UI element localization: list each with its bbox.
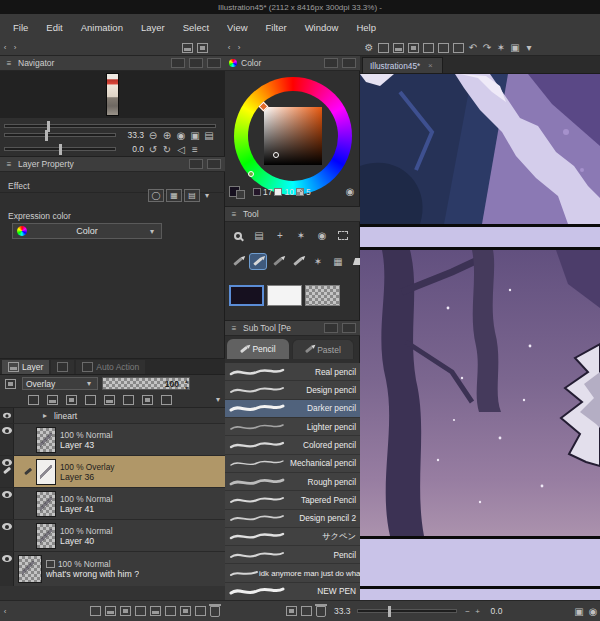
eye-icon[interactable]	[2, 523, 12, 530]
subtool-import-icon[interactable]	[286, 606, 297, 616]
layer-thumbnail[interactable]	[18, 555, 42, 583]
undo-icon[interactable]: ↶	[466, 41, 480, 54]
expand-group-icon[interactable]: ▸	[40, 409, 50, 422]
tab-layer[interactable]: Layer	[2, 360, 49, 374]
rotate-ccw-icon[interactable]: ↺	[146, 143, 160, 156]
zoom-out-icon[interactable]: ⊖	[146, 129, 160, 142]
mid-scroll-right-icon[interactable]: ›	[234, 41, 244, 54]
tab-auto-action[interactable]: Auto Action	[76, 360, 145, 374]
eye-icon[interactable]	[2, 427, 12, 434]
subtool-list-tab-icon[interactable]	[342, 323, 356, 333]
tab-history[interactable]	[51, 360, 74, 374]
eye-icon[interactable]	[3, 413, 11, 419]
decoration-tool-icon[interactable]: ▦	[329, 253, 347, 270]
magnifier-tool-icon[interactable]	[229, 227, 247, 244]
airbrush-tool-icon[interactable]: ✶	[309, 253, 327, 270]
brush-row[interactable]: Colored pencil	[225, 436, 360, 454]
ruler-icon[interactable]	[142, 395, 153, 405]
mid-scroll-left-icon[interactable]: ‹	[224, 41, 234, 54]
zoom-slider[interactable]	[4, 133, 116, 137]
pencil-tool-icon-active[interactable]	[249, 253, 267, 270]
menu-layer[interactable]: Layer	[132, 22, 174, 33]
rotate-cw-icon[interactable]: ↻	[160, 143, 174, 156]
brush-row[interactable]: Tapered Pencil	[225, 491, 360, 509]
layer-row-43[interactable]: 100 % Normal Layer 43	[0, 424, 225, 456]
menu-file[interactable]: File	[4, 22, 37, 33]
canvas-viewport[interactable]	[360, 74, 600, 600]
sub-color-swatch[interactable]	[236, 190, 245, 199]
opacity-spinner[interactable]: ▴▾	[185, 377, 188, 391]
flip-horizontal-icon[interactable]: ◁	[174, 143, 188, 156]
subtool-trash-icon[interactable]	[316, 606, 326, 617]
new-file-icon[interactable]	[378, 43, 389, 53]
export-icon[interactable]	[408, 43, 419, 53]
combine-mode-icon[interactable]	[5, 379, 16, 389]
merge-down-icon[interactable]	[135, 606, 146, 616]
wand-tool-icon[interactable]: ◉	[313, 227, 331, 244]
grid-view-icon[interactable]: ▣	[508, 41, 522, 54]
merge-visible-icon[interactable]	[150, 606, 161, 616]
navigator-canvas-thumbnail[interactable]	[106, 73, 119, 116]
transparent-color-well[interactable]	[305, 285, 340, 306]
toolbar-more-icon[interactable]: ▾	[522, 41, 536, 54]
layer-thumbnail[interactable]	[36, 523, 56, 549]
apply-mask-icon[interactable]	[180, 606, 191, 616]
fit-width-icon[interactable]: ▤	[202, 129, 216, 142]
sv-cursor-icon[interactable]	[273, 152, 279, 158]
brush-row[interactable]: Real pencil	[225, 363, 360, 381]
brush-row[interactable]: Lighter pencil	[225, 418, 360, 436]
menu-window[interactable]: Window	[296, 22, 348, 33]
subtool-new-icon[interactable]	[301, 606, 312, 616]
set-as-layer-color-icon[interactable]	[161, 395, 172, 405]
menu-edit[interactable]: Edit	[37, 22, 71, 33]
brush-row[interactable]: サクペン	[225, 528, 360, 546]
delete-layer-trash-icon[interactable]	[210, 606, 220, 617]
layer-settings-icon[interactable]	[195, 606, 206, 616]
statusbar-scroll-left-icon[interactable]: ‹	[0, 605, 10, 618]
navigator-tab-icon[interactable]	[171, 58, 185, 68]
enable-mask-icon[interactable]	[123, 395, 134, 405]
create-mask-icon[interactable]	[165, 606, 176, 616]
eye-icon[interactable]	[2, 491, 12, 498]
zoom-in-icon[interactable]: ⊕	[160, 129, 174, 142]
statusbar-zoom-out-icon[interactable]: −	[463, 605, 473, 618]
move-tool-icon[interactable]: ✶	[292, 227, 310, 244]
border-effect-icon[interactable]: ◯	[148, 189, 164, 202]
subview-tab-icon[interactable]	[189, 58, 203, 68]
new-folder-icon[interactable]	[105, 606, 116, 616]
new-layer-icon[interactable]	[90, 606, 101, 616]
layer-cmd-more-icon[interactable]: ▾	[213, 393, 223, 406]
fit-view-icon[interactable]: ▣	[188, 129, 202, 142]
layer-thumbnail[interactable]	[36, 459, 56, 485]
layer-row-41[interactable]: 100 % Normal Layer 41	[0, 488, 225, 520]
blend-mode-dropdown[interactable]: Overlay ▾	[22, 377, 98, 390]
layer-property-tab-icon[interactable]	[189, 159, 203, 169]
navigator-preview-well[interactable]	[0, 71, 225, 118]
save-file-icon[interactable]	[393, 43, 404, 53]
color-set-tab-icon[interactable]	[324, 58, 338, 68]
layer-group-row[interactable]: ▸ lineart	[0, 408, 225, 424]
export-png-icon[interactable]	[438, 43, 449, 53]
sub-color-well[interactable]	[267, 285, 302, 306]
marker-tool-icon[interactable]	[269, 253, 287, 270]
lock-layer-icon[interactable]	[85, 395, 96, 405]
opacity-slider[interactable]: 100 ▴▾	[102, 377, 190, 390]
statusbar-reset-icon[interactable]: ◉	[586, 605, 600, 618]
snap-icon[interactable]: ✶	[494, 41, 508, 54]
menu-view[interactable]: View	[218, 22, 256, 33]
statusbar-zoom-in-icon[interactable]: +	[473, 605, 483, 618]
layer-thumbnail[interactable]	[36, 427, 56, 453]
tab-pencil[interactable]: Pencil	[227, 339, 289, 359]
layer-color-effect-icon[interactable]: ▤	[184, 189, 200, 202]
redo-icon[interactable]: ↷	[480, 41, 494, 54]
subtool-view-tab-icon[interactable]	[324, 323, 338, 333]
document-tab[interactable]: Illustration45* ×	[362, 57, 443, 73]
brush-row[interactable]: Mechanical pencil	[225, 455, 360, 473]
statusbar-fit-icon[interactable]: ▣	[572, 605, 586, 618]
operation-tool-icon[interactable]: +	[271, 227, 289, 244]
panel-layout-icon[interactable]	[197, 43, 208, 53]
item-bank-tab-icon[interactable]	[207, 58, 221, 68]
tab-pastel[interactable]: Pastel	[292, 339, 354, 359]
layer-row-40[interactable]: 100 % Normal Layer 40	[0, 520, 225, 552]
zoom-100-icon[interactable]: ◉	[174, 129, 188, 142]
